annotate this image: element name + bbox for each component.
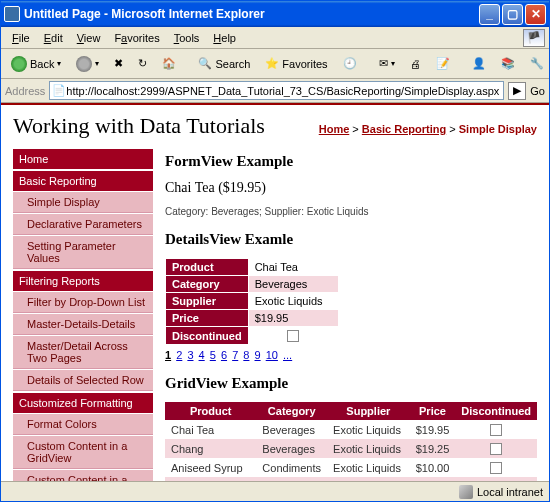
table-row: Aniseed SyrupCondimentsExotic Liquids$10…	[165, 458, 537, 477]
sidebar-item[interactable]: Master/Detail Across Two Pages	[13, 336, 153, 369]
address-label: Address	[5, 85, 45, 97]
sidebar-item[interactable]: Home	[13, 149, 153, 169]
bc-current: Simple Display	[459, 123, 537, 135]
back-button[interactable]: Back ▾	[5, 53, 67, 75]
go-button[interactable]: ▶	[508, 82, 526, 100]
gv-col-header[interactable]: Discontinued	[455, 402, 537, 420]
formview-heading: FormView Example	[165, 153, 537, 170]
checkbox	[490, 424, 502, 436]
pager-link[interactable]: 9	[255, 349, 261, 361]
checkbox	[490, 443, 502, 455]
chevron-down-icon: ▾	[95, 59, 99, 68]
ie-logo-icon: 🏴	[523, 29, 545, 47]
sidebar-item[interactable]: Basic Reporting	[13, 171, 153, 191]
dv-header: Discontinued	[166, 327, 249, 345]
gv-col-header[interactable]: Product	[165, 402, 256, 420]
content-area: Working with Data Tutorials Home > Basic…	[1, 103, 549, 481]
messenger-button[interactable]: 👤	[466, 53, 492, 75]
pager-current: 1	[165, 349, 171, 361]
dv-header: Product	[166, 259, 249, 276]
page-title: Working with Data Tutorials	[13, 113, 265, 139]
gv-col-header[interactable]: Supplier	[327, 402, 410, 420]
dv-value: Beverages	[248, 276, 338, 293]
pager-link[interactable]: 5	[210, 349, 216, 361]
formview-title: Chai Tea ($19.95)	[165, 180, 537, 196]
pager: 1 2 3 4 5 6 7 8 9 10 ...	[165, 349, 537, 361]
app-icon	[4, 6, 20, 22]
gridview-table: ProductCategorySupplierPriceDiscontinued…	[165, 402, 537, 481]
menu-help[interactable]: Help	[206, 30, 243, 46]
edit-button[interactable]: 📝	[430, 53, 456, 75]
table-row: Chai TeaBeveragesExotic Liquids$19.95	[165, 420, 537, 439]
menu-file[interactable]: File	[5, 30, 37, 46]
menu-tools[interactable]: Tools	[167, 30, 207, 46]
gridview-heading: GridView Example	[165, 375, 537, 392]
forward-icon	[76, 56, 92, 72]
address-input[interactable]: 📄 http://localhost:2999/ASPNET_Data_Tuto…	[49, 81, 504, 100]
toolbar: Back ▾ ▾ ✖ ↻ 🏠 🔍Search ⭐Favorites 🕘 ✉ ▾ …	[1, 49, 549, 79]
sidebar-item[interactable]: Simple Display	[13, 192, 153, 213]
sidebar-nav: HomeBasic ReportingSimple DisplayDeclara…	[13, 149, 153, 481]
title-bar: Untitled Page - Microsoft Internet Explo…	[1, 1, 549, 27]
bc-basic[interactable]: Basic Reporting	[362, 123, 446, 135]
bc-home[interactable]: Home	[319, 123, 350, 135]
dv-value	[248, 327, 338, 345]
sidebar-item[interactable]: Filter by Drop-Down List	[13, 292, 153, 313]
checkbox	[287, 330, 299, 342]
menu-bar: File Edit View Favorites Tools Help 🏴	[1, 27, 549, 49]
refresh-button[interactable]: ↻	[132, 53, 153, 75]
sidebar-item[interactable]: Format Colors	[13, 414, 153, 435]
history-button[interactable]: 🕘	[337, 53, 363, 75]
sidebar-item[interactable]: Setting Parameter Values	[13, 236, 153, 269]
pager-link[interactable]: 3	[187, 349, 193, 361]
stop-button[interactable]: ✖	[108, 53, 129, 75]
dv-value: Chai Tea	[248, 259, 338, 276]
pager-link[interactable]: 7	[232, 349, 238, 361]
home-button[interactable]: 🏠	[156, 53, 182, 75]
sidebar-item[interactable]: Filtering Reports	[13, 271, 153, 291]
menu-favorites[interactable]: Favorites	[107, 30, 166, 46]
favorites-button[interactable]: ⭐Favorites	[259, 53, 333, 75]
dv-header: Category	[166, 276, 249, 293]
pager-link[interactable]: 6	[221, 349, 227, 361]
forward-button[interactable]: ▾	[70, 53, 105, 75]
checkbox	[490, 462, 502, 474]
pager-link[interactable]: 4	[199, 349, 205, 361]
pager-link[interactable]: 8	[243, 349, 249, 361]
sidebar-item[interactable]: Details of Selected Row	[13, 370, 153, 391]
print-button[interactable]: 🖨	[404, 53, 427, 75]
pager-link[interactable]: 2	[176, 349, 182, 361]
sidebar-item[interactable]: Custom Content in a DetailsView	[13, 470, 153, 481]
gv-col-header[interactable]: Price	[410, 402, 456, 420]
status-bar: Local intranet	[1, 481, 549, 501]
detailsview-heading: DetailsView Examle	[165, 231, 537, 248]
back-icon	[11, 56, 27, 72]
pager-link[interactable]: ...	[283, 349, 292, 361]
extra-button[interactable]: 🔧	[524, 53, 550, 75]
sidebar-item[interactable]: Custom Content in a GridView	[13, 436, 153, 469]
sidebar-item[interactable]: Customized Formatting	[13, 393, 153, 413]
window-title: Untitled Page - Microsoft Internet Explo…	[24, 7, 265, 21]
formview-detail: Category: Beverages; Supplier: Exotic Li…	[165, 206, 537, 217]
pager-link[interactable]: 10	[266, 349, 278, 361]
dv-value: Exotic Liquids	[248, 293, 338, 310]
minimize-button[interactable]: _	[479, 4, 500, 25]
mail-button[interactable]: ✉ ▾	[373, 53, 401, 75]
table-row: ChangBeveragesExotic Liquids$19.25	[165, 439, 537, 458]
detailsview-table: ProductChai TeaCategoryBeveragesSupplier…	[165, 258, 339, 345]
sidebar-item[interactable]: Master-Details-Details	[13, 314, 153, 335]
chevron-down-icon: ▾	[57, 59, 61, 68]
research-button[interactable]: 📚	[495, 53, 521, 75]
menu-edit[interactable]: Edit	[37, 30, 70, 46]
menu-view[interactable]: View	[70, 30, 108, 46]
dv-header: Supplier	[166, 293, 249, 310]
gv-col-header[interactable]: Category	[256, 402, 327, 420]
maximize-button[interactable]: ▢	[502, 4, 523, 25]
go-label[interactable]: Go	[530, 85, 545, 97]
sidebar-item[interactable]: Declarative Parameters	[13, 214, 153, 235]
search-button[interactable]: 🔍Search	[192, 53, 256, 75]
zone-label: Local intranet	[477, 486, 543, 498]
close-button[interactable]: ✕	[525, 4, 546, 25]
dv-header: Price	[166, 310, 249, 327]
zone-icon	[459, 485, 473, 499]
